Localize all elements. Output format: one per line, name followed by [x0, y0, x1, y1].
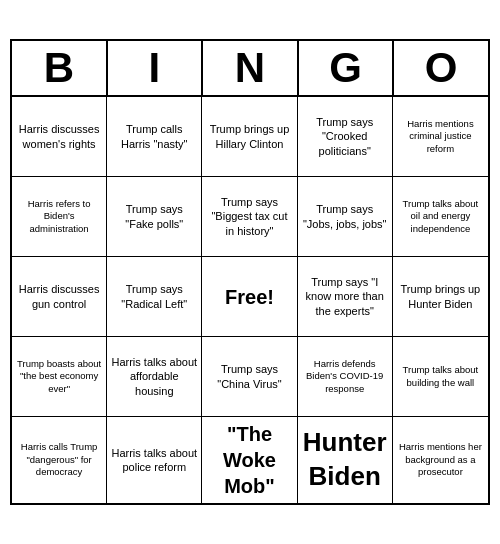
cell-text-11: Trump says "Radical Left" [111, 282, 197, 311]
bingo-cell-13[interactable]: Trump says "I know more than the experts… [298, 257, 393, 337]
cell-text-0: Harris discusses women's rights [16, 122, 102, 151]
header-letter-o: O [394, 41, 488, 95]
cell-text-18: Harris defends Biden's COVID-19 response [302, 358, 388, 395]
header-letter-b: B [12, 41, 108, 95]
bingo-cell-24[interactable]: Harris mentions her background as a pros… [393, 417, 488, 503]
cell-text-7: Trump says "Biggest tax cut in history" [206, 195, 292, 238]
cell-text-16: Harris talks about affordable housing [111, 355, 197, 398]
bingo-cell-14[interactable]: Trump brings up Hunter Biden [393, 257, 488, 337]
bingo-cell-0[interactable]: Harris discusses women's rights [12, 97, 107, 177]
bingo-cell-8[interactable]: Trump says "Jobs, jobs, jobs" [298, 177, 393, 257]
bingo-cell-20[interactable]: Harris calls Trump "dangerous" for democ… [12, 417, 107, 503]
bingo-header: BINGO [12, 41, 488, 97]
bingo-cell-17[interactable]: Trump says "China Virus" [202, 337, 297, 417]
bingo-cell-23[interactable]: Hunter Biden [298, 417, 393, 503]
cell-text-12: Free! [225, 284, 274, 310]
bingo-cell-1[interactable]: Trump calls Harris "nasty" [107, 97, 202, 177]
bingo-cell-7[interactable]: Trump says "Biggest tax cut in history" [202, 177, 297, 257]
cell-text-15: Trump boasts about "the best economy eve… [16, 358, 102, 395]
cell-text-6: Trump says "Fake polls" [111, 202, 197, 231]
bingo-cell-16[interactable]: Harris talks about affordable housing [107, 337, 202, 417]
bingo-cell-18[interactable]: Harris defends Biden's COVID-19 response [298, 337, 393, 417]
bingo-cell-2[interactable]: Trump brings up Hillary Clinton [202, 97, 297, 177]
cell-text-22: "The Woke Mob" [206, 421, 292, 499]
bingo-cell-15[interactable]: Trump boasts about "the best economy eve… [12, 337, 107, 417]
bingo-cell-21[interactable]: Harris talks about police reform [107, 417, 202, 503]
bingo-cell-10[interactable]: Harris discusses gun control [12, 257, 107, 337]
bingo-cell-19[interactable]: Trump talks about building the wall [393, 337, 488, 417]
cell-text-9: Trump talks about oil and energy indepen… [397, 198, 484, 235]
cell-text-4: Harris mentions criminal justice reform [397, 118, 484, 155]
cell-text-8: Trump says "Jobs, jobs, jobs" [302, 202, 388, 231]
cell-text-1: Trump calls Harris "nasty" [111, 122, 197, 151]
cell-text-3: Trump says "Crooked politicians" [302, 115, 388, 158]
cell-text-2: Trump brings up Hillary Clinton [206, 122, 292, 151]
bingo-cell-22[interactable]: "The Woke Mob" [202, 417, 297, 503]
bingo-cell-6[interactable]: Trump says "Fake polls" [107, 177, 202, 257]
cell-text-10: Harris discusses gun control [16, 282, 102, 311]
cell-text-24: Harris mentions her background as a pros… [397, 441, 484, 478]
cell-text-21: Harris talks about police reform [111, 446, 197, 475]
bingo-cell-3[interactable]: Trump says "Crooked politicians" [298, 97, 393, 177]
bingo-cell-4[interactable]: Harris mentions criminal justice reform [393, 97, 488, 177]
bingo-cell-11[interactable]: Trump says "Radical Left" [107, 257, 202, 337]
bingo-card: BINGO Harris discusses women's rightsTru… [10, 39, 490, 505]
bingo-cell-9[interactable]: Trump talks about oil and energy indepen… [393, 177, 488, 257]
cell-text-13: Trump says "I know more than the experts… [302, 275, 388, 318]
bingo-grid: Harris discusses women's rightsTrump cal… [12, 97, 488, 503]
cell-text-17: Trump says "China Virus" [206, 362, 292, 391]
bingo-cell-5[interactable]: Harris refers to Biden's administration [12, 177, 107, 257]
cell-text-5: Harris refers to Biden's administration [16, 198, 102, 235]
header-letter-i: I [108, 41, 204, 95]
cell-text-19: Trump talks about building the wall [397, 364, 484, 389]
bingo-cell-12[interactable]: Free! [202, 257, 297, 337]
cell-text-14: Trump brings up Hunter Biden [397, 282, 484, 311]
header-letter-n: N [203, 41, 299, 95]
cell-text-23: Hunter Biden [302, 426, 388, 494]
cell-text-20: Harris calls Trump "dangerous" for democ… [16, 441, 102, 478]
header-letter-g: G [299, 41, 395, 95]
